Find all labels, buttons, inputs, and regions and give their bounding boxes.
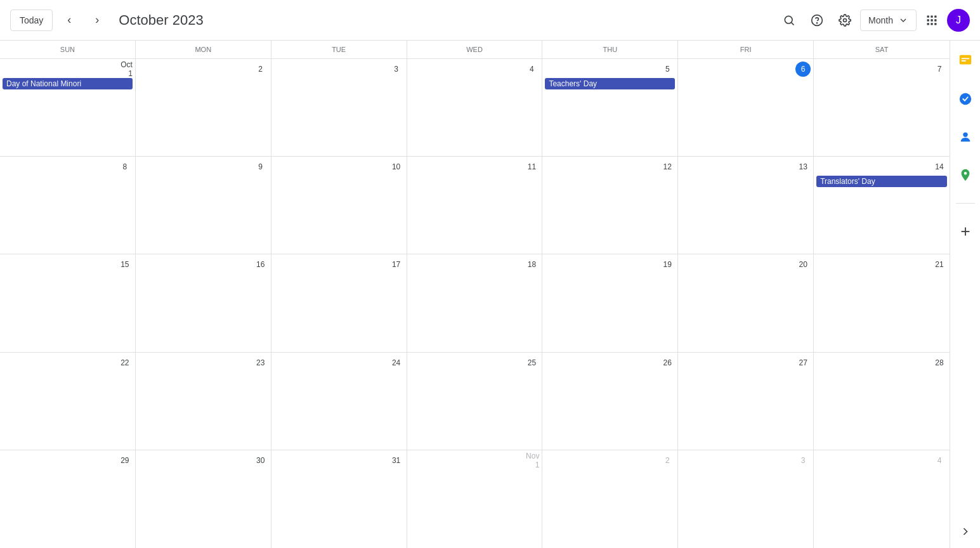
day-cell-oct27[interactable]: 27 — [678, 353, 814, 450]
day-cell-oct19[interactable]: 19 — [542, 254, 678, 351]
day-number: 12 — [660, 159, 675, 174]
day-number: 30 — [253, 453, 268, 468]
search-button[interactable] — [776, 8, 802, 33]
help-button[interactable] — [804, 8, 830, 33]
week-row: 29 30 31 Nov 1 2 3 — [0, 450, 950, 548]
day-header-fri: FRI — [678, 41, 814, 58]
day-cell-nov2[interactable]: 2 — [542, 450, 678, 548]
day-number: 4 — [524, 62, 539, 77]
day-cell-oct6[interactable]: 6 — [678, 59, 814, 156]
day-number: 5 — [660, 62, 675, 77]
prev-button[interactable]: ‹ — [58, 9, 81, 32]
svg-rect-14 — [959, 55, 970, 65]
svg-rect-8 — [927, 19, 929, 21]
day-number: 15 — [117, 257, 133, 272]
calendar-wrapper: SUN MON TUE WED THU FRI SAT Oct 1 Day of… — [0, 41, 980, 548]
maps-sidebar-button[interactable] — [953, 162, 978, 188]
day-cell-oct4[interactable]: 4 — [407, 59, 543, 156]
day-number: 3 — [389, 62, 404, 77]
event-chip-teachers-day[interactable]: Teachers' Day — [545, 78, 675, 89]
maps-icon — [958, 168, 972, 182]
day-cell-oct16[interactable]: 16 — [136, 254, 271, 351]
day-cell-oct11[interactable]: 11 — [407, 157, 543, 254]
event-chip[interactable]: Day of National Minori — [3, 78, 133, 89]
day-cell-oct10[interactable]: 10 — [271, 157, 407, 254]
expand-button[interactable] — [959, 525, 972, 540]
sidebar-divider — [956, 203, 975, 204]
avatar[interactable]: J — [947, 9, 970, 32]
svg-rect-10 — [934, 19, 936, 21]
svg-rect-9 — [931, 19, 932, 21]
header: Today ‹ › October 2023 Month J — [0, 0, 980, 41]
apps-icon — [925, 14, 938, 27]
svg-point-17 — [959, 93, 970, 105]
right-sidebar — [950, 41, 980, 548]
calendar-title: October 2023 — [119, 12, 771, 29]
day-number: 19 — [660, 257, 675, 272]
next-button[interactable]: › — [86, 9, 108, 32]
day-number: 24 — [389, 355, 404, 370]
event-chip-translators-day[interactable]: Translators' Day — [816, 176, 947, 187]
view-selector[interactable]: Month — [860, 10, 917, 31]
day-cell-oct24[interactable]: 24 — [271, 353, 407, 450]
today-button[interactable]: Today — [10, 10, 53, 31]
day-cell-oct18[interactable]: 18 — [407, 254, 543, 351]
help-icon — [811, 14, 823, 27]
day-number: 14 — [932, 159, 947, 174]
day-header-sat: SAT — [814, 41, 950, 58]
tasks-sidebar-button[interactable] — [953, 86, 978, 112]
day-cell-oct2[interactable]: 2 — [136, 59, 271, 156]
day-number: 28 — [932, 355, 947, 370]
day-cell-oct15[interactable]: 15 — [0, 254, 136, 351]
svg-point-4 — [844, 18, 847, 22]
day-number: 20 — [795, 257, 811, 272]
tasks-icon — [958, 92, 972, 106]
day-number: 16 — [253, 257, 268, 272]
day-cell-oct22[interactable]: 22 — [0, 353, 136, 450]
day-cell-oct28[interactable]: 28 — [814, 353, 950, 450]
day-cell-oct31[interactable]: 31 — [271, 450, 407, 548]
contacts-sidebar-button[interactable] — [953, 124, 978, 150]
day-number: 8 — [117, 159, 133, 174]
day-cell-nov3[interactable]: 3 — [678, 450, 814, 548]
day-cell-oct5[interactable]: 5 Teachers' Day — [542, 59, 678, 156]
svg-rect-5 — [927, 15, 929, 17]
day-cell-oct1[interactable]: Oct 1 Day of National Minori — [0, 59, 136, 156]
svg-point-0 — [785, 16, 792, 23]
day-cell-oct26[interactable]: 26 — [542, 353, 678, 450]
svg-rect-11 — [927, 23, 929, 25]
day-cell-oct13[interactable]: 13 — [678, 157, 814, 254]
day-cell-nov4[interactable]: 4 — [814, 450, 950, 548]
day-cell-oct21[interactable]: 21 — [814, 254, 950, 351]
day-cell-oct9[interactable]: 9 — [136, 157, 271, 254]
day-header-wed: WED — [407, 41, 543, 58]
day-number: 11 — [524, 159, 539, 174]
day-number: 4 — [932, 453, 947, 468]
day-number: Nov 1 — [524, 453, 539, 468]
day-number: 31 — [389, 453, 404, 468]
day-number: 25 — [524, 355, 539, 370]
svg-line-1 — [792, 22, 794, 25]
day-cell-nov1[interactable]: Nov 1 — [407, 450, 543, 548]
day-cell-oct23[interactable]: 23 — [136, 353, 271, 450]
day-cell-oct25[interactable]: 25 — [407, 353, 543, 450]
svg-rect-12 — [931, 23, 932, 25]
day-cell-oct20[interactable]: 20 — [678, 254, 814, 351]
chat-icon — [958, 54, 972, 68]
day-cell-oct14[interactable]: 14 Translators' Day — [814, 157, 950, 254]
day-cell-oct7[interactable]: 7 — [814, 59, 950, 156]
day-cell-oct29[interactable]: 29 — [0, 450, 136, 548]
day-cell-oct12[interactable]: 12 — [542, 157, 678, 254]
apps-button[interactable] — [919, 8, 944, 33]
chevron-right-icon — [959, 525, 972, 538]
day-cell-oct8[interactable]: 8 — [0, 157, 136, 254]
view-label: Month — [868, 15, 893, 25]
day-cell-oct17[interactable]: 17 — [271, 254, 407, 351]
day-cell-oct3[interactable]: 3 — [271, 59, 407, 156]
day-cell-oct30[interactable]: 30 — [136, 450, 271, 548]
add-sidebar-button[interactable] — [953, 219, 978, 244]
svg-rect-6 — [931, 15, 932, 17]
day-header-sun: SUN — [0, 41, 136, 58]
settings-button[interactable] — [832, 8, 858, 33]
chat-sidebar-button[interactable] — [953, 48, 978, 74]
